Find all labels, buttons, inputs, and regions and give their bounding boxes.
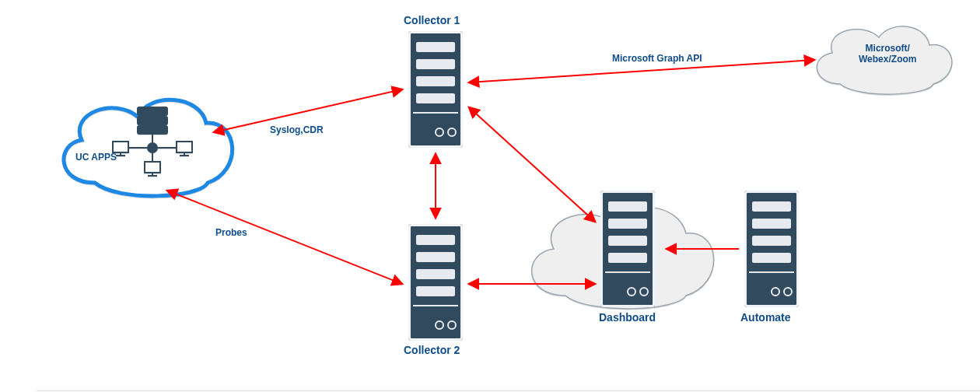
svg-line-18 xyxy=(167,191,402,284)
conn-label-graph-api: Microsoft Graph API xyxy=(612,53,702,64)
conn-label-syslog-cdr: Syslog,CDR xyxy=(270,124,324,135)
label-collector-1: Collector 1 xyxy=(404,14,460,26)
label-collector-2: Collector 2 xyxy=(404,344,460,356)
label-uc-apps: UC APPS xyxy=(75,152,117,163)
connections-layer xyxy=(37,0,980,390)
conn-label-probes: Probes xyxy=(215,227,247,238)
label-dashboard: Dashboard xyxy=(599,311,656,324)
label-automate: Automate xyxy=(740,311,791,324)
label-cloud-vendors: Microsoft/ Webex/Zoom xyxy=(859,43,916,65)
svg-line-20 xyxy=(469,107,595,222)
diagram-canvas: Collector 1 Collector 2 Dashboard Automa… xyxy=(37,0,980,391)
